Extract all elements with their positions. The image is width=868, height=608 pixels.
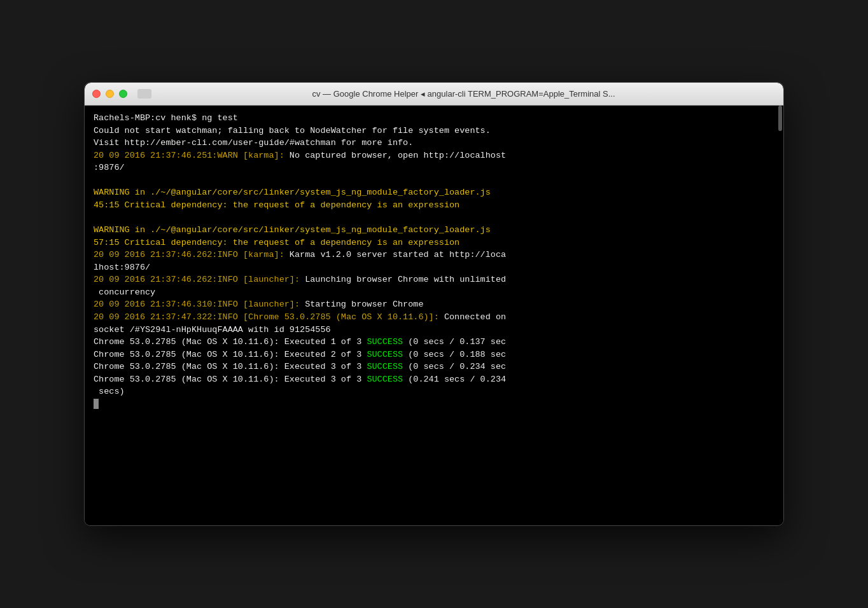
- traffic-lights: [92, 89, 151, 99]
- terminal-line: 20 09 2016 21:37:46.310:INFO [launcher]:…: [94, 298, 774, 311]
- terminal-body[interactable]: Rachels-MBP:cv henk$ ng test Could not s…: [85, 106, 783, 525]
- terminal-line: 45:15 Critical dependency: the request o…: [94, 199, 774, 212]
- terminal-line: Chrome 53.0.2785 (Mac OS X 10.11.6): Exe…: [94, 361, 774, 373]
- terminal-line: Chrome 53.0.2785 (Mac OS X 10.11.6): Exe…: [94, 373, 774, 386]
- terminal-line: secs): [94, 385, 774, 398]
- scrollbar[interactable]: [778, 106, 782, 131]
- close-button[interactable]: [92, 90, 101, 98]
- terminal-line: Chrome 53.0.2785 (Mac OS X 10.11.6): Exe…: [94, 336, 774, 349]
- terminal-line: Chrome 53.0.2785 (Mac OS X 10.11.6): Exe…: [94, 349, 774, 361]
- window-title: cv — Google Chrome Helper ◂ angular-cli …: [151, 89, 776, 99]
- resize-indicator: [137, 89, 151, 99]
- terminal-line: Rachels-MBP:cv henk$ ng test: [94, 112, 774, 125]
- minimize-button[interactable]: [106, 90, 114, 98]
- terminal-line: 20 09 2016 21:37:46.251:WARN [karma]: No…: [94, 149, 774, 162]
- terminal-line: 20 09 2016 21:37:46.262:INFO [karma]: Ka…: [94, 249, 774, 261]
- terminal-line: 20 09 2016 21:37:47.322:INFO [Chrome 53.…: [94, 311, 774, 324]
- terminal-line: :9876/: [94, 162, 774, 174]
- terminal-line: [94, 174, 774, 187]
- terminal-window: cv — Google Chrome Helper ◂ angular-cli …: [84, 82, 784, 526]
- terminal-line: Could not start watchman; falling back t…: [94, 125, 774, 137]
- terminal-cursor: [94, 399, 99, 409]
- maximize-button[interactable]: [119, 90, 127, 98]
- terminal-line: socket /#YS294l-nHpKHuuqFAAAA with id 91…: [94, 324, 774, 336]
- terminal-line: lhost:9876/: [94, 261, 774, 274]
- terminal-line: WARNING in ./~/@angular/core/src/linker/…: [94, 224, 774, 237]
- terminal-line: [94, 212, 774, 225]
- terminal-line: Visit http://ember-cli.com/user-guide/#w…: [94, 137, 774, 149]
- terminal-line: concurrency: [94, 286, 774, 299]
- terminal-line: [94, 398, 774, 411]
- terminal-line: WARNING in ./~/@angular/core/src/linker/…: [94, 186, 774, 199]
- title-bar: cv — Google Chrome Helper ◂ angular-cli …: [85, 83, 783, 106]
- terminal-line: 20 09 2016 21:37:46.262:INFO [launcher]:…: [94, 273, 774, 286]
- terminal-line: 57:15 Critical dependency: the request o…: [94, 237, 774, 249]
